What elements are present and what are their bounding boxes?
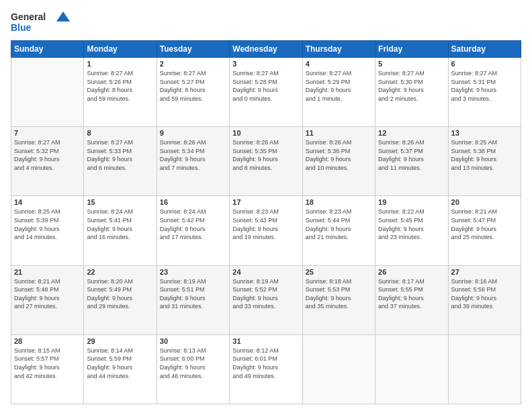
calendar-cell: 5Sunrise: 8:27 AMSunset: 5:30 PMDaylight… (375, 58, 448, 127)
day-info: Sunrise: 8:25 AMSunset: 5:38 PMDaylight:… (451, 138, 518, 172)
day-number: 22 (87, 268, 153, 276)
day-number: 14 (14, 198, 81, 206)
logo: General Blue (11, 8, 71, 35)
day-info: Sunrise: 8:13 AMSunset: 6:00 PMDaylight:… (160, 347, 226, 380)
day-info: Sunrise: 8:21 AMSunset: 5:47 PMDaylight:… (451, 208, 518, 241)
day-number: 15 (87, 198, 153, 206)
day-number: 7 (14, 129, 81, 137)
calendar-cell: 21Sunrise: 8:21 AMSunset: 5:48 PMDayligh… (11, 265, 84, 334)
calendar-cell: 15Sunrise: 8:24 AMSunset: 5:41 PMDayligh… (84, 196, 157, 265)
calendar-cell: 6Sunrise: 8:27 AMSunset: 5:31 PMDaylight… (448, 58, 521, 127)
day-of-week-header: Monday (84, 41, 157, 58)
day-info: Sunrise: 8:27 AMSunset: 5:32 PMDaylight:… (14, 138, 81, 172)
day-info: Sunrise: 8:19 AMSunset: 5:52 PMDaylight:… (232, 277, 299, 311)
day-number: 27 (451, 268, 518, 276)
svg-text:General: General (11, 11, 46, 22)
logo-svg: General Blue (11, 8, 71, 35)
day-number: 5 (378, 60, 445, 68)
day-info: Sunrise: 8:15 AMSunset: 5:57 PMDaylight:… (14, 347, 81, 380)
calendar-cell: 17Sunrise: 8:23 AMSunset: 5:43 PMDayligh… (230, 196, 302, 265)
day-number: 23 (160, 268, 226, 276)
calendar-cell: 2Sunrise: 8:27 AMSunset: 5:27 PMDaylight… (157, 58, 229, 127)
calendar-cell: 29Sunrise: 8:14 AMSunset: 5:59 PMDayligh… (84, 334, 157, 404)
calendar-header-row: SundayMondayTuesdayWednesdayThursdayFrid… (11, 41, 521, 58)
day-of-week-header: Tuesday (157, 41, 229, 58)
calendar-cell: 19Sunrise: 8:22 AMSunset: 5:45 PMDayligh… (375, 196, 448, 265)
calendar-cell: 26Sunrise: 8:17 AMSunset: 5:55 PMDayligh… (375, 265, 448, 334)
day-number: 8 (87, 129, 153, 137)
day-info: Sunrise: 8:26 AMSunset: 5:36 PMDaylight:… (306, 138, 372, 172)
day-number: 21 (14, 268, 81, 276)
calendar-cell: 30Sunrise: 8:13 AMSunset: 6:00 PMDayligh… (157, 334, 229, 404)
day-of-week-header: Wednesday (230, 41, 302, 58)
calendar-cell: 12Sunrise: 8:26 AMSunset: 5:37 PMDayligh… (375, 127, 448, 196)
day-number: 18 (306, 198, 372, 206)
calendar-cell: 31Sunrise: 8:12 AMSunset: 6:01 PMDayligh… (230, 334, 302, 404)
day-info: Sunrise: 8:27 AMSunset: 5:26 PMDaylight:… (87, 69, 153, 103)
day-info: Sunrise: 8:18 AMSunset: 5:53 PMDaylight:… (306, 277, 372, 311)
day-info: Sunrise: 8:27 AMSunset: 5:28 PMDaylight:… (232, 69, 299, 103)
svg-marker-2 (56, 11, 70, 21)
calendar-cell: 23Sunrise: 8:19 AMSunset: 5:51 PMDayligh… (157, 265, 229, 334)
calendar-table: SundayMondayTuesdayWednesdayThursdayFrid… (11, 40, 521, 404)
day-info: Sunrise: 8:27 AMSunset: 5:30 PMDaylight:… (378, 69, 445, 103)
day-number: 26 (378, 268, 445, 276)
day-info: Sunrise: 8:24 AMSunset: 5:42 PMDaylight:… (160, 208, 226, 241)
day-info: Sunrise: 8:17 AMSunset: 5:55 PMDaylight:… (378, 277, 445, 311)
day-number: 17 (232, 198, 299, 206)
calendar-cell (302, 334, 375, 404)
day-of-week-header: Sunday (11, 41, 84, 58)
day-number: 20 (451, 198, 518, 206)
calendar-cell: 7Sunrise: 8:27 AMSunset: 5:32 PMDaylight… (11, 127, 84, 196)
day-info: Sunrise: 8:19 AMSunset: 5:51 PMDaylight:… (160, 277, 226, 311)
day-number: 3 (232, 60, 299, 68)
calendar-cell (375, 334, 448, 404)
calendar-cell: 25Sunrise: 8:18 AMSunset: 5:53 PMDayligh… (302, 265, 375, 334)
day-number: 29 (87, 337, 153, 345)
day-number: 31 (232, 337, 299, 345)
day-info: Sunrise: 8:16 AMSunset: 5:56 PMDaylight:… (451, 277, 518, 311)
day-info: Sunrise: 8:12 AMSunset: 6:01 PMDaylight:… (232, 347, 299, 380)
calendar-cell: 28Sunrise: 8:15 AMSunset: 5:57 PMDayligh… (11, 334, 84, 404)
day-info: Sunrise: 8:22 AMSunset: 5:45 PMDaylight:… (378, 208, 445, 241)
calendar-cell: 9Sunrise: 8:26 AMSunset: 5:34 PMDaylight… (157, 127, 229, 196)
calendar-cell (448, 334, 521, 404)
day-number: 4 (306, 60, 372, 68)
calendar-cell: 14Sunrise: 8:25 AMSunset: 5:39 PMDayligh… (11, 196, 84, 265)
day-info: Sunrise: 8:21 AMSunset: 5:48 PMDaylight:… (14, 277, 81, 311)
calendar-cell (11, 58, 84, 127)
calendar-cell: 20Sunrise: 8:21 AMSunset: 5:47 PMDayligh… (448, 196, 521, 265)
day-number: 1 (87, 60, 153, 68)
day-number: 28 (14, 337, 81, 345)
day-number: 12 (378, 129, 445, 137)
calendar-cell: 27Sunrise: 8:16 AMSunset: 5:56 PMDayligh… (448, 265, 521, 334)
day-number: 2 (160, 60, 226, 68)
calendar-cell: 16Sunrise: 8:24 AMSunset: 5:42 PMDayligh… (157, 196, 229, 265)
day-of-week-header: Thursday (302, 41, 375, 58)
calendar-cell: 22Sunrise: 8:20 AMSunset: 5:49 PMDayligh… (84, 265, 157, 334)
day-info: Sunrise: 8:27 AMSunset: 5:27 PMDaylight:… (160, 69, 226, 103)
day-number: 9 (160, 129, 226, 137)
day-number: 30 (160, 337, 226, 345)
calendar-cell: 8Sunrise: 8:27 AMSunset: 5:33 PMDaylight… (84, 127, 157, 196)
day-info: Sunrise: 8:24 AMSunset: 5:41 PMDaylight:… (87, 208, 153, 241)
day-info: Sunrise: 8:25 AMSunset: 5:39 PMDaylight:… (14, 208, 81, 241)
day-info: Sunrise: 8:27 AMSunset: 5:29 PMDaylight:… (306, 69, 372, 103)
day-of-week-header: Saturday (448, 41, 521, 58)
calendar-cell: 10Sunrise: 8:26 AMSunset: 5:35 PMDayligh… (230, 127, 302, 196)
day-number: 10 (232, 129, 299, 137)
day-of-week-header: Friday (375, 41, 448, 58)
calendar-cell: 11Sunrise: 8:26 AMSunset: 5:36 PMDayligh… (302, 127, 375, 196)
day-info: Sunrise: 8:27 AMSunset: 5:33 PMDaylight:… (87, 138, 153, 172)
calendar-cell: 4Sunrise: 8:27 AMSunset: 5:29 PMDaylight… (302, 58, 375, 127)
day-info: Sunrise: 8:23 AMSunset: 5:43 PMDaylight:… (232, 208, 299, 241)
day-info: Sunrise: 8:26 AMSunset: 5:35 PMDaylight:… (232, 138, 299, 172)
calendar-cell: 24Sunrise: 8:19 AMSunset: 5:52 PMDayligh… (230, 265, 302, 334)
day-info: Sunrise: 8:14 AMSunset: 5:59 PMDaylight:… (87, 347, 153, 380)
day-info: Sunrise: 8:23 AMSunset: 5:44 PMDaylight:… (306, 208, 372, 241)
day-number: 25 (306, 268, 372, 276)
day-number: 11 (306, 129, 372, 137)
day-number: 16 (160, 198, 226, 206)
calendar-cell: 1Sunrise: 8:27 AMSunset: 5:26 PMDaylight… (84, 58, 157, 127)
day-number: 24 (232, 268, 299, 276)
